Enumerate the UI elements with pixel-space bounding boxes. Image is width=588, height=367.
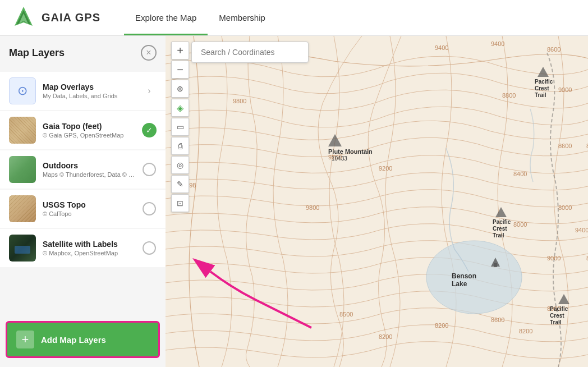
svg-text:Crest: Crest [550, 313, 564, 319]
svg-text:Pacific: Pacific [535, 79, 553, 85]
gaia-gps-logo-icon [11, 6, 36, 30]
check-circle-icon: ✓ [142, 123, 157, 137]
svg-text:Pacific: Pacific [550, 306, 568, 312]
svg-text:9800: 9800 [233, 98, 246, 104]
layer-info-gaia-topo: Gaia Topo (feet) © Gaia GPS, OpenStreetM… [43, 122, 135, 139]
svg-rect-43 [494, 263, 497, 267]
svg-text:Crest: Crest [493, 226, 507, 232]
print-button[interactable]: ⎙ [171, 137, 189, 155]
layer-item[interactable]: Gaia Topo (feet) © Gaia GPS, OpenStreetM… [0, 111, 166, 149]
sidebar-header: Map Layers × [0, 36, 166, 70]
svg-text:9000: 9000 [547, 255, 561, 262]
folder-button[interactable]: ▭ [171, 118, 189, 136]
map-search-container [191, 42, 309, 63]
svg-text:8200: 8200 [519, 328, 532, 334]
svg-text:8600: 8600 [491, 316, 504, 323]
layer-action-usgs[interactable] [142, 201, 157, 216]
svg-text:10433: 10433 [332, 155, 347, 162]
layer-thumbnail-satellite [9, 235, 36, 262]
close-sidebar-button[interactable]: × [141, 45, 157, 61]
svg-text:9200: 9200 [379, 165, 392, 172]
layer-thumbnail-gaia-topo [9, 117, 36, 144]
svg-text:Trail: Trail [493, 232, 504, 238]
layer-info-outdoors: Outdoors Maps © Thunderforest, Data © Op… [43, 161, 135, 178]
logo-text: GAIA GPS [42, 11, 100, 24]
svg-text:9000: 9000 [558, 86, 572, 93]
map-background: 8600 9400 9400 9000 8800 8600 8400 8000 … [166, 36, 588, 367]
layer-item[interactable]: Outdoors Maps © Thunderforest, Data © Op… [0, 150, 166, 189]
layer-item[interactable]: Satellite with Labels © Mapbox, OpenStre… [0, 229, 166, 267]
radio-circle-icon [143, 202, 156, 215]
layer-action-outdoors[interactable] [142, 162, 157, 177]
svg-text:9400: 9400 [435, 44, 448, 51]
svg-text:Piute Mountain: Piute Mountain [328, 148, 373, 155]
sidebar-title: Map Layers [9, 47, 65, 59]
svg-text:Lake: Lake [452, 280, 467, 288]
svg-text:8000: 8000 [558, 204, 572, 211]
overlays-icon: ⊙ [17, 84, 27, 98]
radio-circle-icon [143, 163, 156, 176]
nav-explore[interactable]: Explore the Map [124, 0, 208, 35]
layer-thumbnail-overlays: ⊙ [9, 77, 36, 104]
layer-item[interactable]: USGS Topo © CalTopo [0, 190, 166, 228]
sidebar: Map Layers × ⊙ Map Overlays My Data, Lab… [0, 36, 166, 367]
svg-text:8200: 8200 [435, 322, 448, 329]
map-area[interactable]: 8600 9400 9400 9000 8800 8600 8400 8000 … [166, 36, 588, 367]
svg-text:8600: 8600 [558, 143, 572, 149]
layer-info-overlays: Map Overlays My Data, Labels, and Grids [43, 82, 135, 99]
locate-button[interactable]: ⊕ [171, 80, 189, 98]
layers-button[interactable]: ◈ [171, 99, 189, 117]
chevron-right-icon: › [148, 86, 150, 96]
svg-text:Trail: Trail [550, 319, 562, 325]
layer-thumbnail-outdoors [9, 156, 36, 183]
svg-text:Benson: Benson [452, 272, 476, 280]
layer-action-satellite[interactable] [142, 241, 157, 255]
svg-text:Trail: Trail [535, 92, 546, 98]
main-content: Map Layers × ⊙ Map Overlays My Data, Lab… [0, 36, 588, 367]
edit-button[interactable]: ✎ [171, 175, 189, 193]
svg-text:9400: 9400 [491, 40, 504, 47]
main-nav: Explore the Map Membership [124, 0, 277, 35]
layer-info-usgs: USGS Topo © CalTopo [43, 200, 135, 217]
layer-info-satellite: Satellite with Labels © Mapbox, OpenStre… [43, 240, 135, 256]
search-input[interactable] [191, 42, 309, 63]
svg-text:8400: 8400 [513, 171, 527, 177]
svg-text:Crest: Crest [535, 85, 549, 91]
layer-action-gaia-topo[interactable]: ✓ [142, 123, 157, 137]
svg-text:8800: 8800 [502, 92, 516, 99]
svg-text:9400: 9400 [575, 227, 588, 233]
svg-text:8200: 8200 [379, 333, 392, 340]
svg-text:9800: 9800 [306, 204, 319, 211]
header: GAIA GPS Explore the Map Membership [0, 0, 588, 36]
add-map-layers-button[interactable]: + Add Map Layers [6, 321, 160, 358]
zoom-out-button[interactable]: − [171, 61, 189, 79]
svg-text:8600: 8600 [547, 46, 561, 53]
layer-item[interactable]: ⊙ Map Overlays My Data, Labels, and Grid… [0, 72, 166, 110]
layers-list: ⊙ Map Overlays My Data, Labels, and Grid… [0, 70, 166, 314]
nav-membership[interactable]: Membership [208, 0, 277, 35]
layer-thumbnail-usgs [9, 195, 36, 222]
svg-text:8000: 8000 [513, 221, 527, 228]
svg-text:Pacific: Pacific [493, 219, 511, 225]
logo[interactable]: GAIA GPS [11, 6, 100, 30]
zoom-in-button[interactable]: + [171, 42, 189, 59]
add-icon: + [16, 331, 34, 348]
layer-action-overlays: › [142, 84, 157, 98]
svg-text:8500: 8500 [339, 311, 353, 318]
pin-button[interactable]: ◎ [171, 156, 189, 174]
radio-circle-icon [143, 241, 156, 255]
crop-button[interactable]: ⊡ [171, 194, 189, 212]
